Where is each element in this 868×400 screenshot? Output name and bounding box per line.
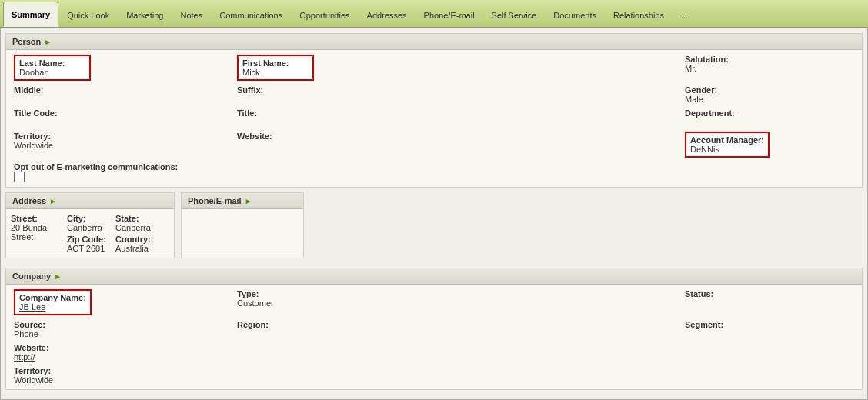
tab-quick-look[interactable]: Quick Look bbox=[58, 3, 118, 27]
account-manager-block: Account Manager: DeNNis bbox=[685, 132, 854, 158]
country-block: Country: Australia bbox=[115, 235, 169, 253]
tab-notes[interactable]: Notes bbox=[172, 3, 211, 27]
company-section-header[interactable]: Company ► bbox=[6, 268, 862, 285]
phone-section-body bbox=[182, 209, 303, 255]
address-section: Address ► Street: 20 Bunda Street City: … bbox=[5, 192, 175, 258]
territory-block: Territory: Worldwide bbox=[14, 132, 229, 158]
company-website-link[interactable]: http:// bbox=[14, 352, 229, 362]
opt-out-checkbox-container bbox=[14, 172, 854, 182]
title-code-label: Title Code: bbox=[14, 108, 229, 118]
suffix-block: Suffix: bbox=[237, 85, 677, 104]
opt-out-section: Opt out of E-marketing communications: bbox=[14, 162, 854, 182]
tab-relationships[interactable]: Relationships bbox=[605, 3, 673, 27]
company-section-body: Company Name: JB Lee Type: Customer Stat… bbox=[6, 285, 862, 389]
tab-phone-email[interactable]: Phone/E-mail bbox=[416, 3, 483, 27]
zip-block: Zip Code: ACT 2601 bbox=[67, 235, 113, 253]
phone-email-section: Phone/E-mail ► bbox=[181, 192, 304, 258]
company-expand-arrow[interactable]: ► bbox=[54, 272, 62, 281]
empty-col2-row4 bbox=[237, 366, 677, 385]
country-label: Country: bbox=[115, 235, 169, 244]
type-block: Type: Customer bbox=[237, 289, 677, 315]
person-section-body: Last Name: Doohan First Name: Mick Salu bbox=[6, 50, 862, 187]
middle-block: Middle: bbox=[14, 85, 229, 104]
last-name-label: Last Name: bbox=[19, 58, 65, 68]
street-value: 20 Bunda Street bbox=[11, 223, 47, 242]
website-label: Website: bbox=[237, 132, 677, 141]
tab-documents[interactable]: Documents bbox=[545, 3, 605, 27]
region-value bbox=[237, 329, 677, 338]
website-value bbox=[237, 141, 677, 150]
title-code-block: Title Code: bbox=[14, 108, 229, 127]
company-territory-value: Worldwide bbox=[14, 375, 229, 385]
phone-section-header[interactable]: Phone/E-mail ► bbox=[182, 193, 303, 209]
salutation-label: Salutation: bbox=[685, 55, 854, 64]
opt-out-label: Opt out of E-marketing communications: bbox=[14, 162, 178, 172]
first-name-label: First Name: bbox=[242, 58, 289, 68]
last-name-value: Doohan bbox=[19, 68, 49, 77]
suffix-label: Suffix: bbox=[237, 85, 677, 95]
status-value bbox=[685, 298, 854, 308]
tab-addresses[interactable]: Addresses bbox=[359, 3, 416, 27]
state-label: State: bbox=[115, 214, 169, 223]
main-content: Person ► Last Name: Doohan First Name: bbox=[0, 28, 868, 400]
segment-value bbox=[685, 329, 854, 338]
territory-value: Worldwide bbox=[14, 141, 229, 150]
title-label: Title: bbox=[237, 108, 677, 118]
status-label: Status: bbox=[685, 289, 854, 298]
title-value bbox=[237, 118, 677, 127]
empty-col3-row4 bbox=[685, 366, 854, 385]
company-territory-block: Territory: Worldwide bbox=[14, 366, 229, 385]
gender-value: Male bbox=[685, 95, 854, 104]
type-value: Customer bbox=[237, 298, 677, 308]
city-label: City: bbox=[67, 214, 113, 223]
company-name-link[interactable]: JB Lee bbox=[19, 302, 45, 312]
tab-communications[interactable]: Communications bbox=[211, 3, 291, 27]
address-section-header[interactable]: Address ► bbox=[6, 193, 174, 209]
tab-self-service[interactable]: Self Service bbox=[483, 3, 546, 27]
last-name-highlighted: Last Name: Doohan bbox=[14, 55, 91, 81]
tab-opportunities[interactable]: Opportunities bbox=[291, 3, 358, 27]
region-block: Region: bbox=[237, 320, 677, 338]
salutation-block: Salutation: Mr. bbox=[685, 55, 854, 81]
department-label: Department: bbox=[685, 108, 854, 118]
street-label: Street: bbox=[11, 214, 38, 223]
tab-more[interactable]: ... bbox=[673, 3, 696, 27]
company-name-block: Company Name: JB Lee bbox=[14, 289, 229, 315]
gender-block: Gender: Male bbox=[685, 85, 854, 104]
state-block: State: Canberra bbox=[115, 214, 169, 232]
address-section-body: Street: 20 Bunda Street City: Canberra S… bbox=[6, 209, 174, 258]
source-value: Phone bbox=[14, 329, 229, 338]
salutation-value: Mr. bbox=[685, 64, 854, 73]
state-value: Canberra bbox=[115, 223, 169, 232]
first-name-highlighted: First Name: Mick bbox=[237, 55, 314, 81]
city-block: City: Canberra bbox=[67, 214, 113, 232]
address-grid: Street: 20 Bunda Street City: Canberra S… bbox=[11, 214, 169, 253]
company-grid: Company Name: JB Lee Type: Customer Stat… bbox=[14, 289, 854, 385]
first-name-block: First Name: Mick bbox=[237, 55, 677, 81]
country-value: Australia bbox=[115, 244, 169, 253]
company-territory-label: Territory: bbox=[14, 366, 229, 375]
tab-bar: Summary Quick Look Marketing Notes Commu… bbox=[0, 0, 868, 28]
source-label: Source: bbox=[14, 320, 229, 329]
territory-label: Territory: bbox=[14, 132, 229, 141]
tab-summary[interactable]: Summary bbox=[3, 2, 58, 27]
title-block: Title: bbox=[237, 108, 677, 127]
address-expand-arrow[interactable]: ► bbox=[49, 197, 57, 205]
segment-label: Segment: bbox=[685, 320, 854, 329]
gender-label: Gender: bbox=[685, 85, 854, 95]
phone-expand-arrow[interactable]: ► bbox=[245, 197, 252, 205]
title-code-value bbox=[14, 118, 229, 127]
region-label: Region: bbox=[237, 320, 677, 329]
status-block: Status: bbox=[685, 289, 854, 315]
person-expand-arrow[interactable]: ► bbox=[44, 38, 52, 46]
person-section: Person ► Last Name: Doohan First Name: bbox=[5, 33, 863, 188]
website-block: Website: bbox=[237, 132, 677, 158]
opt-out-checkbox[interactable] bbox=[14, 172, 25, 182]
zip-value: ACT 2601 bbox=[67, 244, 113, 253]
last-name-block: Last Name: Doohan bbox=[14, 55, 229, 81]
person-section-header[interactable]: Person ► bbox=[6, 34, 862, 50]
middle-label: Middle: bbox=[14, 85, 229, 95]
tab-marketing[interactable]: Marketing bbox=[118, 3, 172, 27]
company-name-label: Company Name: bbox=[19, 293, 86, 302]
company-name-highlighted: Company Name: JB Lee bbox=[14, 289, 92, 315]
